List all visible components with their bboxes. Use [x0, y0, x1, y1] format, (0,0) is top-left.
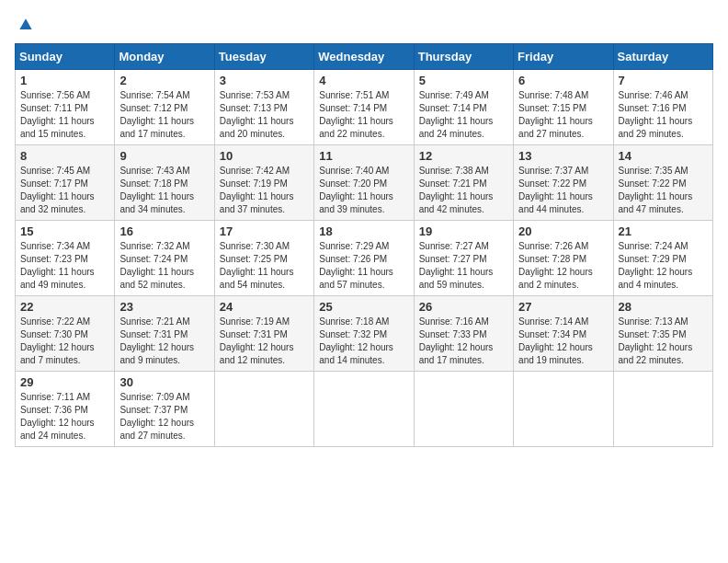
- day-info: Sunrise: 7:42 AMSunset: 7:19 PMDaylight:…: [220, 165, 309, 216]
- calendar-cell: 17Sunrise: 7:30 AMSunset: 7:25 PMDayligh…: [214, 221, 313, 296]
- day-number: 14: [619, 149, 708, 163]
- logo: [15, 15, 35, 34]
- day-info: Sunrise: 7:53 AMSunset: 7:13 PMDaylight:…: [220, 89, 309, 141]
- day-number: 25: [319, 300, 408, 314]
- day-number: 5: [419, 74, 508, 87]
- day-header-friday: Friday: [514, 44, 613, 70]
- day-number: 17: [220, 224, 309, 238]
- calendar-cell: 30Sunrise: 7:09 AMSunset: 7:37 PMDayligh…: [115, 372, 214, 447]
- day-info: Sunrise: 7:34 AMSunset: 7:23 PMDaylight:…: [20, 240, 109, 292]
- day-number: 22: [20, 300, 109, 314]
- calendar-cell: 21Sunrise: 7:24 AMSunset: 7:29 PMDayligh…: [613, 221, 712, 296]
- day-info: Sunrise: 7:48 AMSunset: 7:15 PMDaylight:…: [518, 89, 608, 141]
- calendar-cell: 19Sunrise: 7:27 AMSunset: 7:27 PMDayligh…: [414, 221, 513, 296]
- calendar-cell: 3Sunrise: 7:53 AMSunset: 7:13 PMDaylight…: [214, 70, 313, 145]
- day-info: Sunrise: 7:13 AMSunset: 7:35 PMDaylight:…: [619, 316, 708, 367]
- day-header-sunday: Sunday: [16, 44, 115, 70]
- day-header-thursday: Thursday: [414, 44, 513, 70]
- day-info: Sunrise: 7:51 AMSunset: 7:14 PMDaylight:…: [319, 89, 408, 141]
- day-number: 9: [119, 149, 209, 163]
- day-info: Sunrise: 7:56 AMSunset: 7:11 PMDaylight:…: [20, 89, 109, 141]
- page-header: [15, 15, 713, 34]
- day-info: Sunrise: 7:21 AMSunset: 7:31 PMDaylight:…: [119, 316, 209, 367]
- day-info: Sunrise: 7:11 AMSunset: 7:36 PMDaylight:…: [20, 391, 109, 442]
- calendar-cell: 28Sunrise: 7:13 AMSunset: 7:35 PMDayligh…: [613, 296, 712, 372]
- day-number: 26: [419, 300, 508, 314]
- calendar-cell: 4Sunrise: 7:51 AMSunset: 7:14 PMDaylight…: [314, 70, 414, 145]
- calendar-table: SundayMondayTuesdayWednesdayThursdayFrid…: [15, 43, 713, 447]
- day-number: 6: [518, 74, 608, 87]
- day-number: 28: [619, 300, 708, 314]
- day-info: Sunrise: 7:09 AMSunset: 7:37 PMDaylight:…: [119, 391, 209, 442]
- calendar-cell: 20Sunrise: 7:26 AMSunset: 7:28 PMDayligh…: [514, 221, 613, 296]
- calendar-cell: [613, 372, 712, 447]
- day-number: 21: [619, 224, 708, 238]
- calendar-cell: 24Sunrise: 7:19 AMSunset: 7:31 PMDayligh…: [214, 296, 313, 372]
- day-number: 24: [220, 300, 309, 314]
- calendar-cell: 23Sunrise: 7:21 AMSunset: 7:31 PMDayligh…: [115, 296, 214, 372]
- day-number: 23: [119, 300, 209, 314]
- day-number: 1: [20, 74, 109, 87]
- calendar-cell: 25Sunrise: 7:18 AMSunset: 7:32 PMDayligh…: [314, 296, 414, 372]
- day-number: 18: [319, 224, 408, 238]
- calendar-cell: [214, 372, 313, 447]
- day-header-saturday: Saturday: [613, 44, 712, 70]
- day-header-wednesday: Wednesday: [314, 44, 414, 70]
- day-info: Sunrise: 7:22 AMSunset: 7:30 PMDaylight:…: [20, 316, 109, 367]
- calendar-cell: [514, 372, 613, 447]
- day-info: Sunrise: 7:54 AMSunset: 7:12 PMDaylight:…: [119, 89, 209, 141]
- calendar-cell: 13Sunrise: 7:37 AMSunset: 7:22 PMDayligh…: [514, 145, 613, 221]
- calendar-cell: 1Sunrise: 7:56 AMSunset: 7:11 PMDaylight…: [16, 70, 115, 145]
- calendar-cell: 8Sunrise: 7:45 AMSunset: 7:17 PMDaylight…: [16, 145, 115, 221]
- day-number: 27: [518, 300, 608, 314]
- day-info: Sunrise: 7:19 AMSunset: 7:31 PMDaylight:…: [220, 316, 309, 367]
- day-info: Sunrise: 7:43 AMSunset: 7:18 PMDaylight:…: [119, 165, 209, 216]
- day-number: 4: [319, 74, 408, 87]
- day-info: Sunrise: 7:40 AMSunset: 7:20 PMDaylight:…: [319, 165, 408, 216]
- day-info: Sunrise: 7:35 AMSunset: 7:22 PMDaylight:…: [619, 165, 708, 216]
- calendar-cell: 9Sunrise: 7:43 AMSunset: 7:18 PMDaylight…: [115, 145, 214, 221]
- calendar-week-row: 22Sunrise: 7:22 AMSunset: 7:30 PMDayligh…: [16, 296, 713, 372]
- day-number: 16: [119, 224, 209, 238]
- day-info: Sunrise: 7:16 AMSunset: 7:33 PMDaylight:…: [419, 316, 508, 367]
- svg-marker-0: [19, 18, 31, 29]
- day-info: Sunrise: 7:30 AMSunset: 7:25 PMDaylight:…: [220, 240, 309, 292]
- calendar-cell: 11Sunrise: 7:40 AMSunset: 7:20 PMDayligh…: [314, 145, 414, 221]
- day-info: Sunrise: 7:37 AMSunset: 7:22 PMDaylight:…: [518, 165, 608, 216]
- day-info: Sunrise: 7:14 AMSunset: 7:34 PMDaylight:…: [518, 316, 608, 367]
- day-number: 10: [220, 149, 309, 163]
- day-number: 11: [319, 149, 408, 163]
- day-info: Sunrise: 7:49 AMSunset: 7:14 PMDaylight:…: [419, 89, 508, 141]
- calendar-week-row: 15Sunrise: 7:34 AMSunset: 7:23 PMDayligh…: [16, 221, 713, 296]
- day-info: Sunrise: 7:45 AMSunset: 7:17 PMDaylight:…: [20, 165, 109, 216]
- calendar-header-row: SundayMondayTuesdayWednesdayThursdayFrid…: [16, 44, 713, 70]
- day-info: Sunrise: 7:38 AMSunset: 7:21 PMDaylight:…: [419, 165, 508, 216]
- calendar-cell: 2Sunrise: 7:54 AMSunset: 7:12 PMDaylight…: [115, 70, 214, 145]
- calendar-cell: 15Sunrise: 7:34 AMSunset: 7:23 PMDayligh…: [16, 221, 115, 296]
- day-info: Sunrise: 7:46 AMSunset: 7:16 PMDaylight:…: [619, 89, 708, 141]
- day-number: 7: [619, 74, 708, 87]
- calendar-cell: 16Sunrise: 7:32 AMSunset: 7:24 PMDayligh…: [115, 221, 214, 296]
- calendar-cell: 10Sunrise: 7:42 AMSunset: 7:19 PMDayligh…: [214, 145, 313, 221]
- day-header-monday: Monday: [115, 44, 214, 70]
- calendar-week-row: 29Sunrise: 7:11 AMSunset: 7:36 PMDayligh…: [16, 372, 713, 447]
- day-number: 8: [20, 149, 109, 163]
- day-info: Sunrise: 7:18 AMSunset: 7:32 PMDaylight:…: [319, 316, 408, 367]
- day-number: 12: [419, 149, 508, 163]
- day-number: 2: [119, 74, 209, 87]
- day-number: 30: [119, 375, 209, 389]
- day-number: 15: [20, 224, 109, 238]
- calendar-cell: 22Sunrise: 7:22 AMSunset: 7:30 PMDayligh…: [16, 296, 115, 372]
- day-info: Sunrise: 7:29 AMSunset: 7:26 PMDaylight:…: [319, 240, 408, 292]
- calendar-cell: 12Sunrise: 7:38 AMSunset: 7:21 PMDayligh…: [414, 145, 513, 221]
- day-number: 13: [518, 149, 608, 163]
- day-info: Sunrise: 7:32 AMSunset: 7:24 PMDaylight:…: [119, 240, 209, 292]
- calendar-cell: 27Sunrise: 7:14 AMSunset: 7:34 PMDayligh…: [514, 296, 613, 372]
- calendar-cell: 26Sunrise: 7:16 AMSunset: 7:33 PMDayligh…: [414, 296, 513, 372]
- logo-icon: [17, 16, 35, 34]
- calendar-cell: 18Sunrise: 7:29 AMSunset: 7:26 PMDayligh…: [314, 221, 414, 296]
- calendar-cell: 6Sunrise: 7:48 AMSunset: 7:15 PMDaylight…: [514, 70, 613, 145]
- day-number: 29: [20, 375, 109, 389]
- calendar-cell: [314, 372, 414, 447]
- day-header-tuesday: Tuesday: [214, 44, 313, 70]
